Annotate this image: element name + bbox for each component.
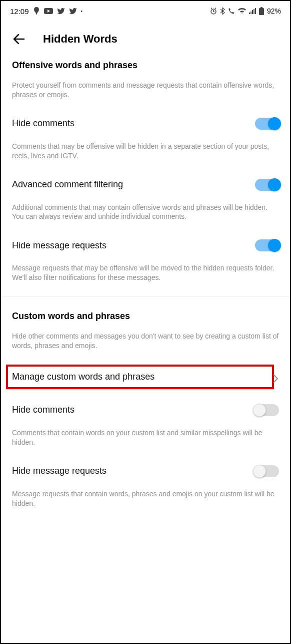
section2-title: Custom words and phrases	[12, 311, 279, 321]
custom-hide-comments-label: Hide comments	[12, 405, 74, 415]
divider	[1, 296, 290, 297]
svg-rect-7	[260, 7, 262, 8]
custom-hide-comments-desc: Comments that contain words on your cust…	[12, 428, 279, 447]
custom-hide-requests-label: Hide message requests	[12, 466, 106, 476]
svg-rect-4	[252, 10, 253, 14]
hide-comments-row: Hide comments	[12, 114, 279, 134]
custom-hide-comments-row: Hide comments	[12, 400, 279, 420]
back-icon[interactable]	[12, 32, 26, 46]
twitter2-icon	[69, 8, 77, 15]
advanced-filtering-toggle[interactable]	[255, 179, 279, 191]
svg-rect-5	[254, 9, 254, 14]
svg-rect-2	[249, 13, 250, 14]
call-icon	[228, 8, 235, 15]
hide-requests-toggle[interactable]	[255, 239, 279, 251]
hide-comments-desc: Comments that may be offensive will be h…	[12, 142, 279, 161]
header: Hidden Words	[1, 21, 290, 60]
swiggy-icon	[33, 7, 40, 15]
custom-hide-requests-desc: Message requests that contain words, phr…	[12, 489, 279, 508]
signal-icon	[249, 8, 256, 14]
manage-custom-words-row[interactable]: Manage custom words and phrases	[6, 365, 274, 389]
custom-hide-comments-toggle[interactable]	[255, 404, 279, 416]
chevron-right-icon	[272, 374, 279, 384]
battery-icon	[259, 7, 264, 15]
custom-hide-requests-toggle[interactable]	[255, 465, 279, 477]
hide-requests-desc: Message requests that may be offensive w…	[12, 263, 279, 282]
page-title: Hidden Words	[43, 33, 118, 46]
twitter-icon	[57, 8, 65, 15]
bluetooth-icon	[220, 8, 225, 15]
manage-custom-words-label: Manage custom words and phrases	[12, 372, 154, 382]
advanced-filtering-label: Advanced comment filtering	[12, 179, 123, 190]
status-bar: 12:09 • 92%	[1, 1, 290, 21]
hide-requests-label: Hide message requests	[12, 240, 106, 251]
svg-rect-6	[255, 8, 256, 14]
section1-title: Offensive words and phrases	[12, 60, 279, 71]
battery-text: 92%	[267, 7, 281, 15]
youtube-icon	[44, 8, 53, 14]
alarm-icon	[210, 8, 217, 15]
svg-rect-3	[250, 12, 252, 14]
hide-comments-label: Hide comments	[12, 118, 74, 129]
dot-icon: •	[81, 9, 83, 14]
custom-hide-requests-row: Hide message requests	[12, 461, 279, 481]
section1-desc: Protect yourself from comments and messa…	[12, 81, 279, 100]
svg-rect-8	[259, 8, 264, 15]
section2-desc: Hide other comments and messages you don…	[12, 332, 279, 351]
hide-requests-row: Hide message requests	[12, 235, 279, 255]
advanced-filtering-desc: Additional comments that may contain off…	[12, 203, 279, 222]
wifi-icon	[238, 8, 246, 14]
hide-comments-toggle[interactable]	[255, 118, 279, 130]
clock: 12:09	[10, 7, 29, 16]
advanced-filtering-row: Advanced comment filtering	[12, 175, 279, 195]
